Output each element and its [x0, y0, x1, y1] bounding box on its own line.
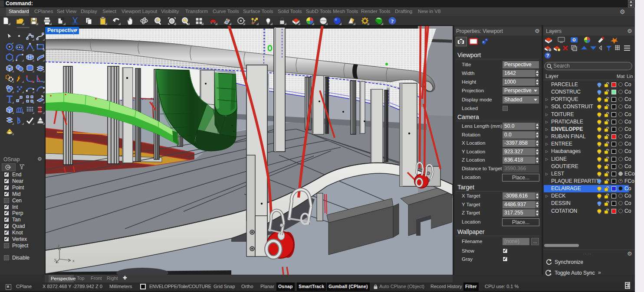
- svg-text:x: x: [72, 259, 75, 263]
- svg-text:?: ?: [546, 53, 549, 58]
- svg-text:?: ?: [391, 18, 394, 24]
- svg-text:z: z: [58, 243, 60, 248]
- svg-text:y: y: [54, 257, 56, 262]
